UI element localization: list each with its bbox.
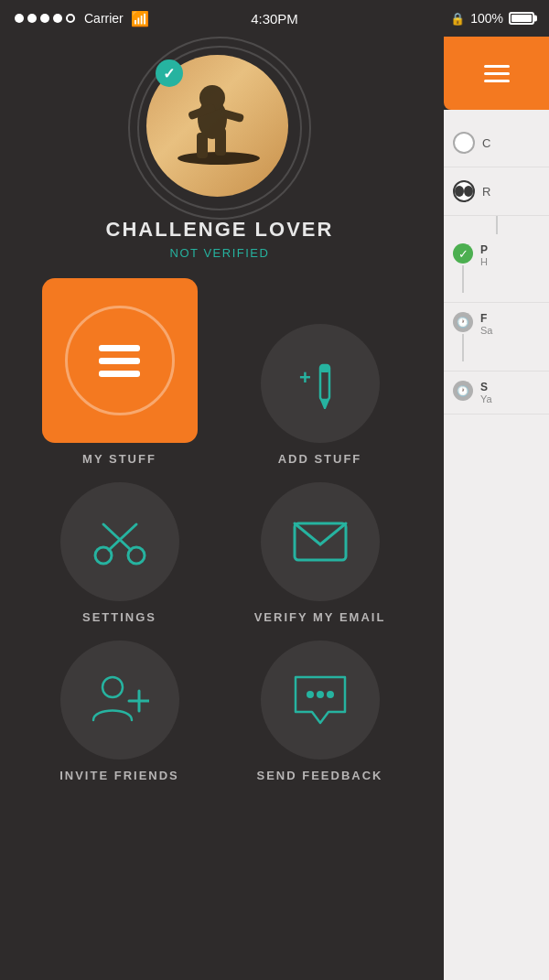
svg-marker-12 [320,400,329,409]
svg-point-24 [327,691,334,698]
invite-friends-label: INVITE FRIENDS [59,769,179,782]
my-stuff-label: MY STUFF [82,452,156,466]
timeline-connector [444,216,549,234]
buttons-grid: MY STUFF + ADD STUFF [0,278,439,782]
signal-dot-1 [15,14,24,23]
radio-item-c[interactable]: C [444,119,549,167]
connector-line [496,216,498,234]
wifi-icon: 📶 [131,10,149,27]
pencil-plus-icon: + [295,359,345,409]
check-icon: ✓ [163,65,175,82]
envelope-icon [292,519,349,565]
dot-wrapper-p: ✓ [453,243,473,293]
send-feedback-circle[interactable] [261,641,380,759]
hamburger-line-2 [484,72,510,75]
signal-dot-2 [27,14,37,23]
radio-label-r: R [482,185,490,199]
main-content: ✓ CHALLENGE LOVER NOT VERIFIED [0,37,549,980]
settings-circle[interactable] [60,482,179,601]
timeline-line-p [462,265,464,293]
svg-rect-8 [99,358,140,364]
hamburger-line-1 [484,65,510,68]
battery-percentage: 100% [470,11,503,26]
lock-icon: 🔒 [450,12,465,26]
settings-label: SETTINGS [82,610,156,624]
timeline-content-s: S Ya [480,381,540,404]
invite-friends-circle[interactable] [60,641,179,759]
svg-point-22 [307,691,314,698]
timeline-title-p: P [480,243,540,256]
my-stuff-button[interactable]: MY STUFF [27,278,211,466]
svg-line-15 [109,524,136,550]
timeline-content-p: P H [480,243,540,267]
timeline-dot-s: 🕐 [453,381,473,401]
signal-dot-4 [53,14,62,23]
timeline-content-f: F Sa [480,312,540,336]
snowboarder-icon [162,69,272,178]
timeline-title-f: F [480,312,540,325]
clock-s: 🕐 [457,385,469,397]
my-stuff-circle [65,306,175,415]
verify-email-label: VERIFY MY EMAIL [254,610,386,624]
dot-wrapper-f: 🕐 [453,312,473,361]
verified-badge: ✓ [156,59,183,87]
right-panel: C R ✓ P [389,37,549,980]
verify-email-circle[interactable] [261,482,380,601]
svg-rect-9 [99,371,140,377]
activity-panel: C R ✓ P [444,110,549,980]
left-panel: ✓ CHALLENGE LOVER NOT VERIFIED [0,37,439,980]
radio-item-r[interactable]: R [444,167,549,216]
person-plus-icon [90,673,149,727]
verify-email-button[interactable]: VERIFY MY EMAIL [228,482,412,624]
hamburger-line-3 [484,80,510,82]
timeline-item-s: 🕐 S Ya [444,372,549,415]
timeline-item-f: 🕐 F Sa [444,303,549,372]
chat-dots-icon [292,673,349,727]
clock-f: 🕐 [457,317,469,328]
radio-circle-r[interactable] [453,180,475,202]
list-icon [94,338,145,383]
timeline-item-p: ✓ P H [444,234,549,303]
avatar-wrapper: ✓ [146,55,293,201]
add-stuff-button[interactable]: + ADD STUFF [228,278,412,466]
svg-point-23 [317,691,324,698]
add-stuff-circle[interactable]: + [261,324,380,443]
svg-point-19 [102,677,123,697]
timeline-dot-f: 🕐 [453,312,473,332]
hamburger-menu[interactable] [484,65,510,82]
svg-line-17 [103,524,131,550]
status-bar: Carrier 📶 4:30PM 🔒 100% [0,0,549,37]
timeline-sub-p: H [480,256,540,267]
svg-text:+: + [299,366,311,389]
send-feedback-button[interactable]: SEND FEEDBACK [228,641,412,782]
settings-button[interactable]: SETTINGS [27,482,211,624]
scissors-icon [92,517,147,567]
dot-wrapper-s: 🕐 [453,381,473,401]
battery-section: 🔒 100% [450,11,534,26]
send-feedback-label: SEND FEEDBACK [257,769,383,782]
profile-name: CHALLENGE LOVER [106,218,334,242]
check-p: ✓ [458,247,468,261]
timeline-line-f [462,334,464,361]
timeline-sub-f: Sa [480,325,540,336]
invite-friends-button[interactable]: INVITE FRIENDS [27,641,211,782]
my-stuff-tile[interactable] [42,278,198,443]
timeline-sub-s: Ya [480,393,540,404]
battery-icon [509,12,534,25]
signal-carrier: Carrier 📶 [15,10,149,27]
svg-rect-7 [99,345,140,351]
battery-fill [511,15,532,22]
profile-status: NOT VERIFIED [170,246,270,260]
radio-circle-c[interactable] [453,132,475,154]
svg-rect-13 [320,365,329,372]
add-stuff-label: ADD STUFF [278,452,362,466]
signal-dot-3 [40,14,49,23]
radio-selected-dot [455,186,464,197]
radio-label-c: C [482,136,490,150]
timeline-title-s: S [480,381,540,393]
carrier-label: Carrier [84,11,124,26]
time-display: 4:30PM [251,11,298,27]
menu-header[interactable] [444,37,549,110]
timeline-dot-p: ✓ [453,243,473,264]
signal-dot-5 [66,14,75,23]
